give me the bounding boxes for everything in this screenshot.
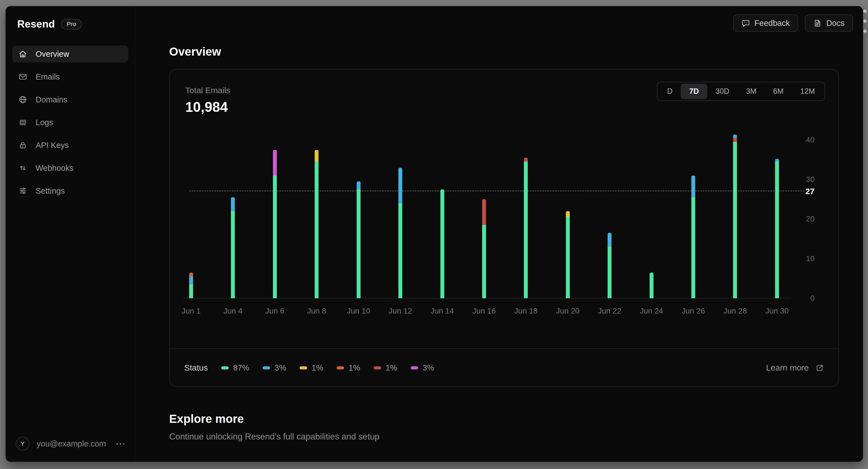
x-tick-label: Jun 20	[566, 307, 570, 315]
bar-segment-green	[733, 142, 737, 298]
bar-chart: Jun 1Jun 4Jun 6Jun 8Jun 10Jun 12Jun 14Ju…	[189, 124, 779, 298]
legend-item-green: 87%	[221, 363, 249, 373]
legend-swatch-blue	[262, 366, 270, 369]
range-button-d[interactable]: D	[659, 84, 681, 99]
globe-icon	[18, 95, 27, 104]
legend-title: Status	[184, 363, 208, 373]
metric-value: 10,984	[185, 99, 230, 115]
topbar: Feedback Docs	[733, 14, 853, 32]
legend-item-purple: 3%	[411, 363, 434, 373]
bar-segment-yellow	[566, 211, 570, 217]
bar-segment-blue	[733, 135, 737, 138]
learn-more-label: Learn more	[766, 363, 809, 373]
x-tick-label: Jun 24	[650, 307, 653, 315]
bar-segment-green	[566, 217, 570, 298]
bars-area	[189, 124, 779, 298]
x-tick-label: Jun 1	[189, 307, 193, 315]
learn-more-link[interactable]: Learn more	[766, 363, 824, 373]
y-tick-label: 40	[793, 135, 814, 144]
sidebar-item-overview[interactable]: Overview	[12, 45, 128, 62]
legend-items: 87%3%1%1%1%3%	[221, 363, 434, 373]
legend-item-yellow: 1%	[300, 363, 323, 373]
feedback-label: Feedback	[754, 19, 790, 28]
bar-segment-purple	[273, 150, 277, 176]
docs-button[interactable]: Docs	[805, 14, 853, 32]
bar-segment-green	[650, 273, 653, 298]
sidebar-item-domains[interactable]: Domains	[12, 91, 128, 108]
x-tick-label: Jun 14	[440, 307, 444, 315]
bar-segment-green	[189, 284, 193, 298]
y-tick-highlight: 27	[793, 187, 814, 196]
main-content: Feedback Docs Overview Total Emails 10,9…	[135, 6, 863, 462]
range-button-3m[interactable]: 3M	[738, 84, 765, 99]
bar-segment-blue	[189, 277, 193, 284]
x-tick-label: Jun 4	[231, 307, 235, 315]
legend-percent: 87%	[233, 363, 249, 373]
scrollbar-dots[interactable]	[863, 9, 867, 33]
range-button-30d[interactable]: 30D	[707, 84, 738, 99]
time-range-selector: D7D30D3M6M12M	[657, 82, 825, 101]
app-window: Resend Pro OverviewEmailsDomainsLogsAPI …	[6, 6, 863, 462]
x-tick-label: Jun 18	[524, 307, 528, 315]
external-link-icon	[815, 364, 824, 372]
range-button-7d[interactable]: 7D	[681, 84, 707, 99]
bar-segment-blue	[356, 181, 361, 189]
x-tick-label: Jun 12	[398, 307, 402, 315]
sidebar-nav: OverviewEmailsDomainsLogsAPI KeysWebhook…	[12, 45, 128, 199]
y-tick-label: 30	[793, 175, 814, 184]
sidebar-item-label: Webhooks	[36, 163, 74, 173]
docs-label: Docs	[826, 19, 845, 28]
sidebar-item-logs[interactable]: Logs	[12, 114, 128, 131]
sidebar: Resend Pro OverviewEmailsDomainsLogsAPI …	[6, 6, 135, 462]
bar-segment-green	[608, 247, 612, 298]
feedback-button[interactable]: Feedback	[733, 14, 798, 32]
legend-swatch-green	[221, 366, 229, 369]
y-tick-label: 0	[793, 294, 814, 303]
home-icon	[18, 50, 27, 58]
bar-segment-yellow	[315, 150, 318, 162]
x-tick-label: Jun 16	[482, 307, 486, 315]
y-tick-label: 10	[793, 254, 814, 263]
legend-swatch-purple	[411, 366, 418, 369]
bar-jun-30	[775, 159, 779, 298]
bar-segment-green	[440, 189, 444, 298]
range-button-6m[interactable]: 6M	[765, 84, 792, 99]
bar-segment-green	[482, 225, 486, 298]
sidebar-item-emails[interactable]: Emails	[12, 68, 128, 85]
legend-percent: 1%	[312, 363, 323, 373]
legend-percent: 3%	[423, 363, 434, 373]
user-menu-ellipsis-icon[interactable]: ⋯	[116, 439, 128, 449]
bar-jun-8	[315, 150, 318, 299]
x-tick-label: Jun 22	[608, 307, 612, 315]
sidebar-item-settings[interactable]: Settings	[12, 183, 128, 199]
emails-chart-card: Total Emails 10,984 D7D30D3M6M12M Jun 1J…	[169, 69, 839, 387]
user-email: you@example.com	[37, 439, 108, 448]
sidebar-item-label: Logs	[36, 118, 53, 127]
bar-jun-6	[273, 150, 277, 299]
mail-icon	[18, 72, 27, 81]
legend-row: Status 87%3%1%1%1%3% Learn more	[170, 348, 838, 387]
y-tick-label: 20	[793, 215, 814, 223]
user-row[interactable]: Y you@example.com ⋯	[12, 437, 128, 451]
bar-jun-1	[189, 273, 193, 298]
lock-icon	[18, 141, 27, 150]
legend-percent: 3%	[275, 363, 286, 373]
bar-jun-28	[733, 135, 737, 298]
sidebar-item-webhooks[interactable]: Webhooks	[12, 160, 128, 176]
app-logo: Resend	[17, 18, 55, 30]
bar-segment-green	[524, 162, 528, 298]
bar-segment-green	[398, 204, 402, 298]
bar-jun-20	[566, 211, 570, 298]
arrows-up-down-icon	[18, 163, 27, 173]
range-button-12m[interactable]: 12M	[792, 84, 823, 99]
bar-segment-green	[691, 197, 695, 298]
bar-segment-blue	[691, 176, 695, 197]
bar-segment-green	[273, 176, 277, 298]
sidebar-item-api-keys[interactable]: API Keys	[12, 137, 128, 154]
bar-segment-green	[356, 189, 361, 298]
x-tick-label: Jun 10	[356, 307, 361, 315]
x-tick-label: Jun 28	[733, 307, 737, 315]
bar-jun-12	[398, 168, 402, 298]
x-axis-labels: Jun 1Jun 4Jun 6Jun 8Jun 10Jun 12Jun 14Ju…	[189, 307, 779, 315]
bar-segment-blue	[231, 197, 235, 211]
